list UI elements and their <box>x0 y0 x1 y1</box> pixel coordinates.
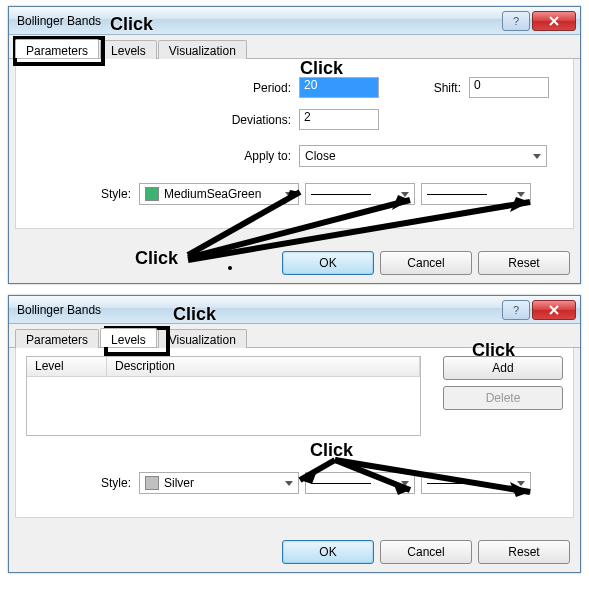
deviations-label: Deviations: <box>211 113 291 127</box>
col-level[interactable]: Level <box>27 357 107 376</box>
dialog-parameters: Bollinger Bands ? Parameters Levels Visu… <box>8 6 581 284</box>
applyto-label: Apply to: <box>211 149 291 163</box>
applyto-select[interactable]: Close <box>299 145 547 167</box>
style-linestyle-select[interactable] <box>305 472 415 494</box>
dialog-levels: Bollinger Bands ? Parameters Levels Visu… <box>8 295 581 573</box>
ok-button[interactable]: OK <box>282 540 374 564</box>
style-color-select[interactable]: MediumSeaGreen <box>139 183 299 205</box>
line-width-icon <box>427 483 487 484</box>
buttonbar: OK Cancel Reset <box>282 251 570 275</box>
shift-input[interactable]: 0 <box>469 77 549 98</box>
style-color-name: MediumSeaGreen <box>164 187 261 201</box>
style-linewidth-select[interactable] <box>421 472 531 494</box>
close-button[interactable] <box>532 11 576 31</box>
window-title: Bollinger Bands <box>17 303 500 317</box>
col-description[interactable]: Description <box>107 357 420 376</box>
applyto-value: Close <box>305 149 336 163</box>
tab-levels[interactable]: Levels <box>100 40 157 59</box>
ok-button[interactable]: OK <box>282 251 374 275</box>
style-linestyle-select[interactable] <box>305 183 415 205</box>
color-swatch <box>145 476 159 490</box>
cancel-button[interactable]: Cancel <box>380 251 472 275</box>
line-sample-icon <box>311 194 371 195</box>
cancel-button[interactable]: Cancel <box>380 540 472 564</box>
line-width-icon <box>427 194 487 195</box>
tab-parameters[interactable]: Parameters <box>15 329 99 348</box>
delete-button[interactable]: Delete <box>443 386 563 410</box>
tab-visualization[interactable]: Visualization <box>158 40 247 59</box>
window-title: Bollinger Bands <box>17 14 500 28</box>
color-swatch <box>145 187 159 201</box>
close-button[interactable] <box>532 300 576 320</box>
tab-content-levels: Level Description Add Delete Style: Silv… <box>15 348 574 518</box>
help-button[interactable]: ? <box>502 11 530 31</box>
style-label: Style: <box>71 476 131 490</box>
buttonbar: OK Cancel Reset <box>282 540 570 564</box>
add-button[interactable]: Add <box>443 356 563 380</box>
shift-label: Shift: <box>411 81 461 95</box>
reset-button[interactable]: Reset <box>478 251 570 275</box>
reset-button[interactable]: Reset <box>478 540 570 564</box>
tabstrip: Parameters Levels Visualization <box>9 324 580 348</box>
style-color-name: Silver <box>164 476 194 490</box>
period-input[interactable]: 20 <box>299 77 379 98</box>
side-buttons: Add Delete <box>443 356 563 410</box>
tab-levels[interactable]: Levels <box>100 328 157 347</box>
style-color-select[interactable]: Silver <box>139 472 299 494</box>
levels-list[interactable]: Level Description <box>26 356 421 436</box>
tab-parameters[interactable]: Parameters <box>15 39 99 58</box>
period-label: Period: <box>211 81 291 95</box>
tabstrip: Parameters Levels Visualization <box>9 35 580 59</box>
help-button[interactable]: ? <box>502 300 530 320</box>
style-linewidth-select[interactable] <box>421 183 531 205</box>
style-label: Style: <box>71 187 131 201</box>
tab-content-parameters: Period: 20 Shift: 0 Deviations: 2 Apply … <box>15 59 574 229</box>
tab-visualization[interactable]: Visualization <box>158 329 247 348</box>
line-sample-icon <box>311 483 371 484</box>
deviations-input[interactable]: 2 <box>299 109 379 130</box>
titlebar: Bollinger Bands ? <box>9 7 580 35</box>
titlebar: Bollinger Bands ? <box>9 296 580 324</box>
list-header: Level Description <box>27 357 420 377</box>
